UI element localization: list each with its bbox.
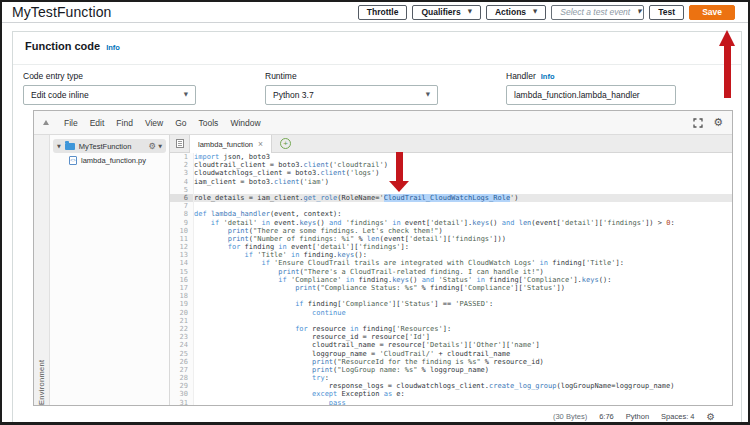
code-line[interactable]: 23 resource_id = resource['Id'] xyxy=(170,333,732,341)
tree-file-row[interactable]: <> lambda_function.py xyxy=(50,153,169,167)
code-line[interactable]: 12 for finding in event['detail']['findi… xyxy=(170,243,732,251)
line-number[interactable]: 5 xyxy=(170,186,194,194)
actions-button[interactable]: Actions ▼ xyxy=(486,5,546,20)
new-tab-plus-icon[interactable]: + xyxy=(280,138,291,149)
line-number[interactable]: 6 xyxy=(170,194,194,202)
menu-window[interactable]: Window xyxy=(224,118,266,128)
code-line[interactable]: 5 xyxy=(170,186,732,194)
fullscreen-icon[interactable] xyxy=(693,118,703,128)
code-line[interactable]: 7 xyxy=(170,202,732,210)
section-info-link[interactable]: Info xyxy=(106,43,120,52)
test-event-select[interactable]: Select a test event ▼ xyxy=(551,5,644,20)
code-line[interactable]: 29 response_logs = cloudwatchlogs_client… xyxy=(170,382,732,390)
line-number[interactable]: 8 xyxy=(170,210,194,218)
cursor-position[interactable]: 6:76 xyxy=(599,412,614,421)
code-line[interactable]: 1import json, boto3 xyxy=(170,153,732,161)
line-number[interactable]: 21 xyxy=(170,317,194,325)
code-line[interactable]: 17 print("Compliance Status: %s" % findi… xyxy=(170,284,732,292)
line-number[interactable]: 28 xyxy=(170,374,194,382)
code-line[interactable]: 25 loggroup_name = 'CloudTrail/' + cloud… xyxy=(170,350,732,358)
code-line[interactable]: 4iam_client = boto3.client('iam') xyxy=(170,178,732,186)
line-number[interactable]: 14 xyxy=(170,259,194,267)
menu-go[interactable]: Go xyxy=(169,118,192,128)
line-number[interactable]: 26 xyxy=(170,358,194,366)
code-line[interactable]: 13 if 'Title' in finding.keys(): xyxy=(170,251,732,259)
line-number[interactable]: 9 xyxy=(170,219,194,227)
tab-close-icon[interactable]: × xyxy=(258,140,263,149)
code-line[interactable]: 14 if 'Ensure CloudTrail trails are inte… xyxy=(170,259,732,267)
tree-expand-caret-icon[interactable]: ▼ xyxy=(57,143,61,149)
line-number[interactable]: 17 xyxy=(170,284,194,292)
line-number[interactable]: 4 xyxy=(170,178,194,186)
handler-info-link[interactable]: Info xyxy=(541,72,555,81)
line-number[interactable]: 7 xyxy=(170,202,194,210)
code-line[interactable]: 20 continue xyxy=(170,309,732,317)
line-number[interactable]: 29 xyxy=(170,382,194,390)
menu-find[interactable]: Find xyxy=(110,118,139,128)
language-mode[interactable]: Python xyxy=(626,412,649,421)
line-number[interactable]: 20 xyxy=(170,309,194,317)
code-line[interactable]: 9 if 'detail' in event.keys() and 'findi… xyxy=(170,219,732,227)
code-line[interactable]: 28 try: xyxy=(170,374,732,382)
line-number[interactable]: 3 xyxy=(170,169,194,177)
code-line[interactable]: 18 xyxy=(170,292,732,300)
menu-edit[interactable]: Edit xyxy=(84,118,111,128)
workspace-toggle-icon[interactable] xyxy=(43,120,49,125)
line-number[interactable]: 31 xyxy=(170,399,194,405)
menu-tools[interactable]: Tools xyxy=(193,118,225,128)
handler-input[interactable] xyxy=(506,85,676,105)
code-line[interactable]: 8def lambda_handler(event, context): xyxy=(170,210,732,218)
line-number[interactable]: 1 xyxy=(170,153,194,161)
line-number[interactable]: 2 xyxy=(170,161,194,169)
code-line[interactable]: 6role_details = iam_client.get_role(Role… xyxy=(170,194,732,202)
code-line[interactable]: 2cloudtrail_client = boto3.client('cloud… xyxy=(170,161,732,169)
code-line[interactable]: 22 for resource in finding['Resources']: xyxy=(170,325,732,333)
editor-settings-gear-icon[interactable]: ⚙ xyxy=(713,117,723,128)
indent-setting[interactable]: Spaces: 4 xyxy=(661,412,694,421)
code-area[interactable]: 1import json, boto32cloudtrail_client = … xyxy=(170,153,732,405)
statusbar-gear-icon[interactable]: ⚙ xyxy=(706,412,715,422)
line-number[interactable]: 12 xyxy=(170,243,194,251)
line-number[interactable]: 25 xyxy=(170,350,194,358)
code-line[interactable]: 30 except Exception as e: xyxy=(170,390,732,398)
code-line[interactable]: 27 print("LogGroup name: %s" % loggroup_… xyxy=(170,366,732,374)
line-number[interactable]: 30 xyxy=(170,390,194,398)
code-line[interactable]: 31 pass xyxy=(170,399,732,405)
test-button[interactable]: Test xyxy=(649,5,684,20)
tree-folder-row[interactable]: ▼ MyTestFunction ⚙ ▼ xyxy=(53,139,166,153)
code-line[interactable]: 26 print("ResourceId for the finding is … xyxy=(170,358,732,366)
code-line[interactable]: 10 print("There are some findings. Let's… xyxy=(170,227,732,235)
line-number[interactable]: 10 xyxy=(170,227,194,235)
save-button[interactable]: Save xyxy=(689,5,735,20)
line-number[interactable]: 16 xyxy=(170,276,194,284)
environment-panel-tab[interactable]: Environment xyxy=(34,135,50,405)
menu-file[interactable]: File xyxy=(58,118,84,128)
code-line[interactable]: 19 if finding['Compliance']['Status'] ==… xyxy=(170,300,732,308)
code-line[interactable]: 16 if 'Compliance' in finding.keys() and… xyxy=(170,276,732,284)
line-number[interactable]: 13 xyxy=(170,251,194,259)
line-number[interactable]: 19 xyxy=(170,300,194,308)
chevron-down-icon: ▼ xyxy=(533,9,537,15)
code-line[interactable]: 21 xyxy=(170,317,732,325)
tab-lambda-function[interactable]: lambda_function × xyxy=(189,135,272,153)
code-entry-type-select[interactable]: Edit code inline ▼ xyxy=(23,85,196,105)
tab-list-icon[interactable] xyxy=(176,139,184,148)
line-number[interactable]: 24 xyxy=(170,341,194,349)
code-line[interactable]: 15 print("There's a CloudTrail-related f… xyxy=(170,268,732,276)
menu-view[interactable]: View xyxy=(139,118,169,128)
code-text: if 'Ensure CloudTrail trails are integra… xyxy=(194,259,732,267)
qualifiers-button[interactable]: Qualifiers ▼ xyxy=(412,5,480,20)
line-number[interactable]: 22 xyxy=(170,325,194,333)
line-number[interactable]: 18 xyxy=(170,292,194,300)
line-number[interactable]: 23 xyxy=(170,333,194,341)
code-line[interactable]: 3cloudwatchlogs_client = boto3.client('l… xyxy=(170,169,732,177)
tree-settings[interactable]: ⚙ ▼ xyxy=(149,142,162,151)
runtime-select[interactable]: Python 3.7 ▼ xyxy=(265,85,438,105)
folder-icon xyxy=(65,143,75,150)
line-number[interactable]: 27 xyxy=(170,366,194,374)
throttle-button[interactable]: Throttle xyxy=(358,5,408,20)
code-line[interactable]: 11 print("Number of findings: %i" % len(… xyxy=(170,235,732,243)
line-number[interactable]: 11 xyxy=(170,235,194,243)
code-line[interactable]: 24 cloudtrail_name = resource['Details']… xyxy=(170,341,732,349)
line-number[interactable]: 15 xyxy=(170,268,194,276)
